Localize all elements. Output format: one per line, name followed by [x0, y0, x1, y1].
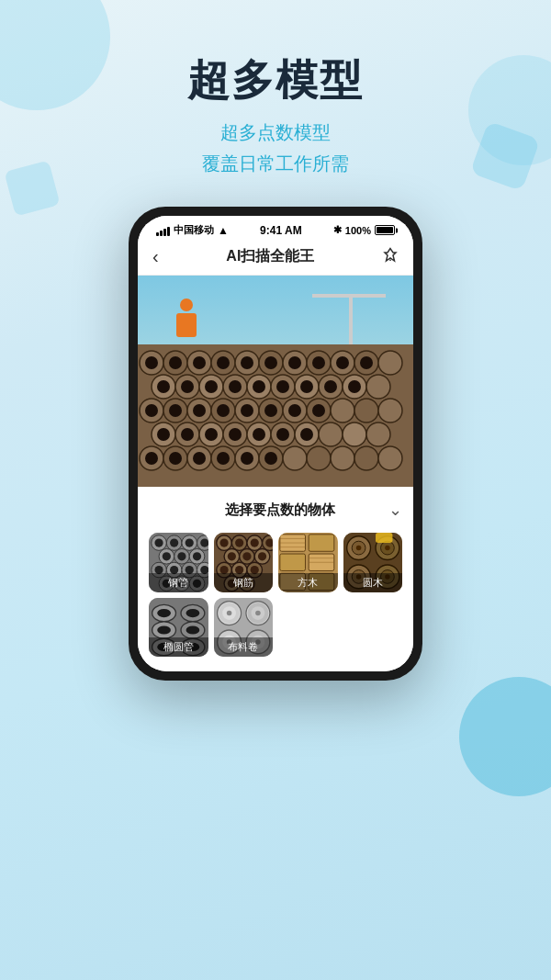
- empty-slot-3: [278, 598, 338, 658]
- pin-button[interactable]: [382, 247, 399, 267]
- svg-point-62: [336, 356, 349, 369]
- svg-point-91: [217, 452, 230, 465]
- svg-point-93: [264, 452, 277, 465]
- svg-point-178: [186, 609, 200, 617]
- item-card-gangguan[interactable]: 钢管: [149, 533, 208, 592]
- svg-point-51: [331, 446, 354, 470]
- svg-rect-173: [376, 533, 392, 543]
- item-card-yuanmu[interactable]: 圆木: [343, 533, 403, 592]
- battery-pct: 100%: [345, 225, 371, 236]
- svg-point-85: [253, 428, 265, 441]
- svg-point-80: [312, 404, 325, 417]
- main-title: 超多模型: [0, 55, 551, 106]
- svg-point-89: [169, 452, 182, 465]
- svg-point-182: [186, 625, 200, 634]
- battery-fill: [377, 227, 393, 233]
- back-button[interactable]: ‹: [152, 246, 159, 267]
- empty-slot-4: [343, 598, 403, 658]
- subtitle-line1: 超多点数模型: [220, 122, 331, 142]
- svg-point-69: [276, 380, 289, 393]
- wifi-icon: ▲: [218, 224, 229, 237]
- chevron-down-icon[interactable]: ⌄: [388, 500, 402, 520]
- status-left: 中国移动 ▲: [156, 223, 229, 237]
- subtitle-line2: 覆盖日常工作所需: [202, 153, 349, 174]
- svg-point-104: [163, 552, 171, 560]
- phone-inner: 中国移动 ▲ 9:41 AM ✱ 100% ‹ AI扫描全能王: [138, 216, 413, 671]
- app-title: AI扫描全能王: [226, 247, 314, 266]
- signal-bars-icon: [156, 225, 170, 236]
- svg-point-52: [354, 446, 378, 470]
- svg-point-176: [157, 609, 171, 617]
- svg-point-137: [257, 552, 265, 560]
- svg-point-59: [264, 356, 277, 369]
- svg-point-57: [217, 356, 230, 369]
- svg-rect-150: [309, 535, 334, 551]
- svg-point-180: [157, 625, 171, 634]
- bluetooth-icon: ✱: [333, 224, 342, 236]
- svg-point-76: [217, 404, 230, 417]
- svg-point-31: [354, 399, 378, 422]
- svg-point-87: [300, 428, 313, 441]
- svg-point-66: [205, 380, 218, 393]
- svg-point-65: [181, 380, 194, 393]
- svg-point-58: [241, 356, 253, 369]
- subtitle: 超多点数模型 覆盖日常工作所需: [0, 117, 551, 179]
- svg-point-54: [145, 356, 158, 369]
- item-grid-row2: 椭圆管: [149, 598, 402, 658]
- svg-point-71: [324, 380, 337, 393]
- svg-point-90: [193, 452, 206, 465]
- item-card-tuoyuanguan[interactable]: 椭圆管: [149, 598, 208, 658]
- carrier-label: 中国移动: [174, 223, 214, 237]
- svg-point-55: [169, 356, 182, 369]
- svg-point-86: [276, 428, 289, 441]
- svg-point-42: [366, 422, 390, 446]
- svg-point-61: [312, 356, 325, 369]
- svg-point-53: [378, 446, 402, 470]
- item-card-fangmu[interactable]: 方木: [278, 533, 338, 592]
- svg-point-77: [241, 404, 253, 417]
- battery-icon: [375, 225, 395, 235]
- item-label-tuoyuanguan: 椭圆管: [149, 637, 208, 657]
- pipes-bg: [138, 344, 413, 487]
- svg-point-68: [253, 380, 265, 393]
- svg-point-41: [343, 422, 366, 446]
- svg-point-127: [235, 539, 243, 547]
- svg-point-40: [319, 422, 343, 446]
- svg-point-11: [378, 351, 402, 375]
- item-label-gangguan: 钢管: [149, 573, 208, 592]
- app-navbar: ‹ AI扫描全能王: [138, 241, 413, 276]
- svg-point-135: [242, 552, 251, 560]
- svg-point-78: [264, 404, 277, 417]
- svg-rect-151: [280, 554, 306, 570]
- svg-point-32: [378, 399, 402, 422]
- svg-point-70: [300, 380, 313, 393]
- svg-point-50: [307, 446, 331, 470]
- svg-point-81: [157, 428, 170, 441]
- item-card-buliaojuan[interactable]: 布料卷: [214, 598, 274, 658]
- svg-point-96: [154, 539, 163, 547]
- svg-point-63: [360, 356, 373, 369]
- status-bar: 中国移动 ▲ 9:41 AM ✱ 100%: [138, 216, 413, 241]
- svg-point-49: [283, 446, 307, 470]
- svg-point-30: [331, 399, 354, 422]
- svg-point-74: [169, 404, 182, 417]
- item-label-yuanmu: 圆木: [343, 573, 403, 592]
- svg-point-129: [250, 539, 258, 547]
- svg-point-67: [229, 380, 242, 393]
- svg-point-60: [288, 356, 301, 369]
- svg-point-75: [193, 404, 206, 417]
- svg-point-106: [177, 552, 186, 560]
- status-right: ✱ 100%: [333, 224, 395, 236]
- svg-point-193: [255, 611, 261, 616]
- svg-point-133: [227, 552, 235, 560]
- svg-point-21: [366, 375, 390, 399]
- svg-point-83: [205, 428, 218, 441]
- svg-point-72: [348, 380, 361, 393]
- item-grid-row1: 钢管: [149, 533, 402, 592]
- svg-point-82: [181, 428, 194, 441]
- svg-point-84: [229, 428, 242, 441]
- svg-point-56: [193, 356, 206, 369]
- deco-circle-bottom-right: [459, 677, 551, 796]
- item-card-gangjin[interactable]: 钢筋: [214, 533, 274, 592]
- svg-point-190: [226, 611, 231, 616]
